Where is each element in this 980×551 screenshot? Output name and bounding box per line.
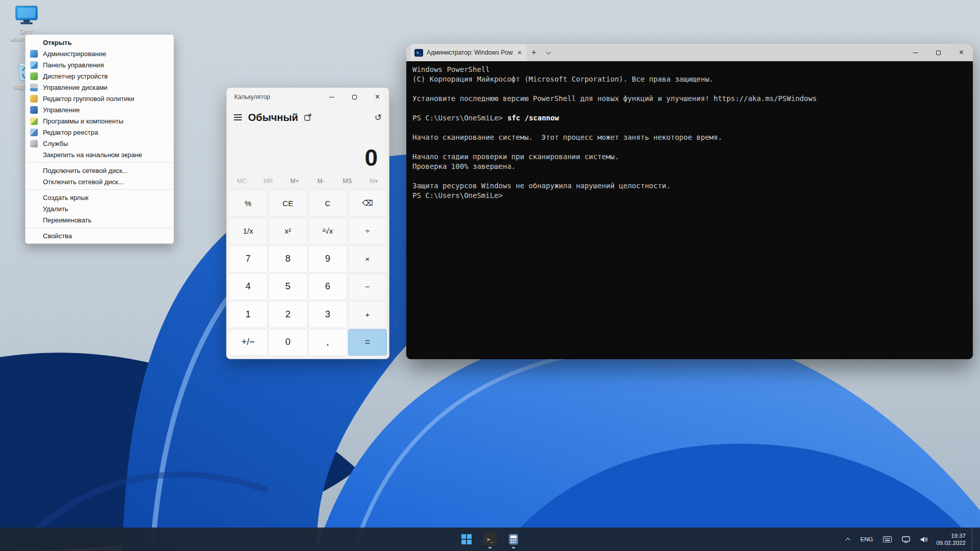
calc-key-0[interactable]: 0 bbox=[268, 329, 307, 356]
calc-key-reciprocal[interactable]: 1/x bbox=[229, 218, 267, 245]
admin-tools-icon bbox=[30, 50, 38, 58]
memory-clear-button[interactable]: MC bbox=[229, 173, 255, 189]
menu-item-management[interactable]: Управление bbox=[26, 104, 174, 115]
calc-key-plus[interactable]: + bbox=[348, 301, 387, 328]
calc-key-1[interactable]: 1 bbox=[229, 301, 267, 328]
calc-key-divide[interactable]: ÷ bbox=[348, 218, 387, 245]
calc-key-3[interactable]: 3 bbox=[308, 301, 347, 328]
memory-store-button[interactable]: MS bbox=[334, 173, 361, 189]
menu-item-label: Свойства bbox=[43, 232, 72, 240]
terminal-line bbox=[412, 171, 967, 181]
calc-key-backspace[interactable]: ⌫ bbox=[348, 190, 387, 217]
calc-key-clear[interactable]: C bbox=[308, 190, 347, 217]
terminal-tab-title: Администратор: Windows Pow bbox=[427, 49, 513, 56]
tab-dropdown-button[interactable] bbox=[541, 46, 555, 59]
calc-key-negate[interactable]: +/− bbox=[229, 329, 267, 356]
chevron-up-icon bbox=[845, 537, 850, 542]
menu-item-control-panel[interactable]: Панель управления bbox=[26, 59, 174, 70]
touch-keyboard-button[interactable] bbox=[881, 534, 894, 544]
close-button[interactable]: × bbox=[950, 44, 973, 61]
menu-item-create-shortcut[interactable]: Создать ярлык bbox=[26, 192, 174, 203]
services-icon bbox=[30, 140, 38, 147]
menu-item-properties[interactable]: Свойства bbox=[26, 230, 174, 241]
terminal-command-line: PS C:\Users\OneSmiLe>sfc /scannow bbox=[412, 113, 967, 123]
calc-key-7[interactable]: 7 bbox=[229, 245, 267, 272]
menu-item-label: Отключить сетевой диск... bbox=[43, 178, 124, 186]
menu-item-administration[interactable]: Администрирование bbox=[26, 48, 174, 59]
menu-item-programs-features[interactable]: Программы и компоненты bbox=[26, 115, 174, 127]
minimize-button[interactable] bbox=[320, 88, 343, 106]
language-indicator[interactable]: ENG bbox=[859, 534, 875, 544]
calc-key-4[interactable]: 4 bbox=[229, 273, 267, 300]
blank-icon bbox=[30, 194, 38, 202]
menu-item-disk-management[interactable]: Управление дисками bbox=[26, 82, 174, 93]
calc-key-9[interactable]: 9 bbox=[308, 245, 347, 272]
calc-key-8[interactable]: 8 bbox=[268, 245, 307, 272]
menu-item-label: Переименовать bbox=[43, 216, 91, 224]
memory-list-button[interactable]: M▾ bbox=[360, 173, 387, 189]
terminal-line bbox=[412, 84, 967, 94]
menu-item-label: Администрирование bbox=[43, 50, 106, 58]
tray-overflow-button[interactable] bbox=[845, 536, 852, 543]
menu-item-pin-to-start[interactable]: Закрепить на начальном экране bbox=[26, 149, 174, 160]
volume-button[interactable] bbox=[918, 534, 930, 545]
taskbar-calculator-button[interactable] bbox=[503, 529, 524, 549]
calc-key-sqrt[interactable]: ²√x bbox=[308, 218, 347, 245]
tab-close-icon[interactable]: × bbox=[517, 48, 523, 57]
calc-key-minus[interactable]: − bbox=[348, 273, 387, 300]
calc-key-2[interactable]: 2 bbox=[268, 301, 307, 328]
terminal-prompt: PS C:\Users\OneSmiLe> bbox=[412, 114, 503, 122]
memory-add-button[interactable]: M+ bbox=[281, 173, 308, 189]
calc-key-5[interactable]: 5 bbox=[268, 273, 307, 300]
calc-key-percent[interactable]: % bbox=[229, 190, 267, 217]
menu-item-delete[interactable]: Удалить bbox=[26, 203, 174, 214]
calc-key-clear-entry[interactable]: CE bbox=[268, 190, 307, 217]
new-tab-button[interactable]: + bbox=[527, 46, 541, 59]
menu-item-registry-editor[interactable]: Редактор реестра bbox=[26, 127, 174, 138]
calculator-app-icon bbox=[507, 533, 520, 545]
close-button[interactable]: × bbox=[366, 88, 389, 106]
calc-key-6[interactable]: 6 bbox=[308, 273, 347, 300]
calculator-memory-row: MC MR M+ M- MS M▾ bbox=[227, 173, 389, 189]
menu-item-label: Закрепить на начальном экране bbox=[43, 151, 142, 159]
blank-icon bbox=[30, 167, 38, 174]
menu-item-label: Редактор реестра bbox=[43, 129, 98, 136]
this-pc-monitor-icon bbox=[15, 5, 38, 27]
minimize-button[interactable] bbox=[904, 44, 927, 61]
memory-recall-button[interactable]: MR bbox=[255, 173, 282, 189]
history-icon[interactable]: ↺ bbox=[375, 112, 382, 123]
menu-item-open[interactable]: Открыть bbox=[26, 37, 174, 48]
calculator-titlebar[interactable]: Калькулятор × bbox=[227, 88, 389, 106]
taskbar-terminal-button[interactable]: >_ bbox=[480, 529, 500, 549]
network-button[interactable] bbox=[900, 534, 912, 545]
memory-subtract-button[interactable]: M- bbox=[308, 173, 334, 189]
terminal-line: Windows PowerShell bbox=[412, 65, 967, 74]
calc-key-multiply[interactable]: × bbox=[348, 245, 387, 272]
start-button[interactable] bbox=[456, 529, 477, 549]
menu-item-label: Открыть bbox=[43, 39, 71, 46]
menu-item-label: Редактор групповой политики bbox=[43, 95, 134, 103]
menu-item-label: Службы bbox=[43, 140, 68, 147]
menu-item-disconnect-network-drive[interactable]: Отключить сетевой диск... bbox=[26, 176, 174, 187]
maximize-button[interactable] bbox=[927, 44, 950, 61]
menu-item-device-manager[interactable]: Диспетчер устройств bbox=[26, 70, 174, 82]
taskbar-clock[interactable]: 19:37 09.02.2022 bbox=[936, 532, 966, 546]
menu-item-rename[interactable]: Переименовать bbox=[26, 214, 174, 226]
menu-item-services[interactable]: Службы bbox=[26, 138, 174, 149]
calc-key-equals[interactable]: = bbox=[348, 329, 387, 356]
calc-key-square[interactable]: x² bbox=[268, 218, 307, 245]
clock-date: 09.02.2022 bbox=[936, 539, 966, 546]
calc-key-decimal[interactable]: , bbox=[308, 329, 347, 356]
terminal-tab[interactable]: >_ Администратор: Windows Pow × bbox=[410, 44, 527, 61]
disk-management-icon bbox=[30, 84, 38, 91]
menu-separator bbox=[27, 228, 173, 228]
terminal-titlebar[interactable]: >_ Администратор: Windows Pow × + × bbox=[406, 44, 973, 61]
maximize-button[interactable] bbox=[343, 88, 366, 106]
running-indicator bbox=[488, 547, 492, 548]
menu-hamburger-icon[interactable] bbox=[234, 114, 242, 120]
menu-item-map-network-drive[interactable]: Подключить сетевой диск... bbox=[26, 165, 174, 176]
menu-item-group-policy-editor[interactable]: Редактор групповой политики bbox=[26, 93, 174, 104]
calculator-display: 0 bbox=[227, 129, 389, 173]
keep-on-top-icon[interactable] bbox=[304, 114, 311, 121]
show-desktop-button[interactable] bbox=[972, 528, 975, 551]
